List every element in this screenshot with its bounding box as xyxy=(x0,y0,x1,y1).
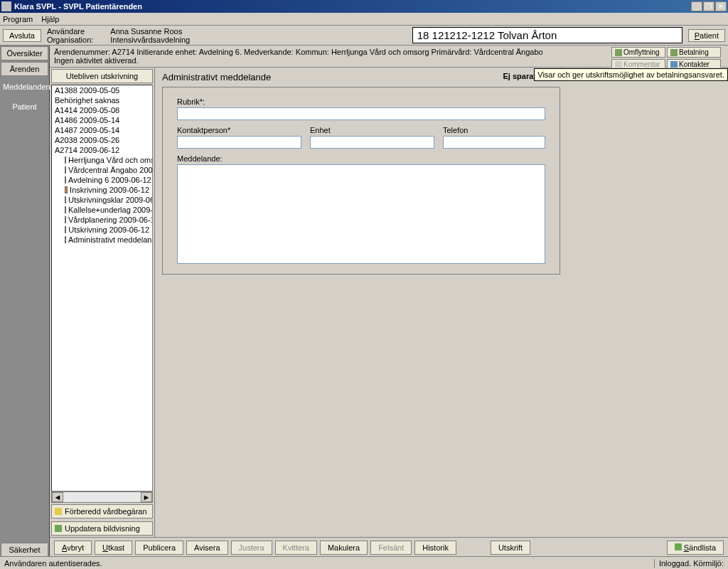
enhet-input[interactable] xyxy=(310,136,434,149)
tree-panel: Utebliven utskrivning A1388 2009-05-05Be… xyxy=(50,68,155,537)
tree-item[interactable]: A1414 2009-05-08 xyxy=(52,105,152,115)
sidebar-messages[interactable]: Meddelanden xyxy=(0,77,49,97)
telefon-input[interactable] xyxy=(443,136,545,149)
avisera-button[interactable]: Avisera xyxy=(186,541,228,555)
form-status: Ej sparat xyxy=(503,72,536,83)
tree-header-button[interactable]: Utebliven utskrivning xyxy=(51,69,153,83)
close-button[interactable]: ✕ xyxy=(715,1,727,11)
org-value: Intensivvårdsavdelning xyxy=(110,36,190,44)
patient-button[interactable]: Patient xyxy=(688,29,725,42)
tree-item[interactable]: A2714 2009-06-12 xyxy=(52,145,152,155)
form-title: Administrativt meddelande xyxy=(162,72,271,83)
action-omflyttning[interactable]: Omflyttning xyxy=(611,47,665,58)
scroll-right-icon[interactable]: ► xyxy=(141,492,152,502)
tree-sub-item[interactable]: Utskrivning 2009-06-12 xyxy=(52,225,152,235)
menu-help[interactable]: Hjälp xyxy=(41,15,59,23)
tooltip: Visar och ger utskriftsmöjlighet av beta… xyxy=(534,68,728,81)
tree-sub-item[interactable]: Inskrivning 2009-06-12 xyxy=(52,185,152,195)
menubar: Program Hjälp xyxy=(0,13,728,26)
tree-sub-item[interactable]: Utskrivningsklar 2009-06-12 xyxy=(52,195,152,205)
maximize-button[interactable]: ❐ xyxy=(703,1,714,11)
kontakt-label: Kontaktperson* xyxy=(177,126,301,134)
left-sidebar: Översikter Ärenden Meddelanden Patient S… xyxy=(0,46,50,558)
bottom-bar: Avbryt Utkast Publicera Avisera Justera … xyxy=(50,537,728,558)
utkast-button[interactable]: Utkast xyxy=(95,541,132,555)
tree-item-label: Herrljunga Vård och omsorg 2009 xyxy=(68,156,153,164)
sandlista-button[interactable]: Sändlista xyxy=(667,541,724,555)
kontakt-input[interactable] xyxy=(177,136,301,149)
rubrik-label: Rubrik*: xyxy=(177,97,545,106)
list-icon xyxy=(675,543,682,551)
tree-item-label: Administrativt meddelande 2009 xyxy=(68,235,153,244)
utskrift-button[interactable]: Utskrift xyxy=(491,541,530,555)
kvittera-button: Kvittera xyxy=(275,541,317,555)
tree-item[interactable]: A1388 2009-05-05 xyxy=(52,85,152,95)
telefon-label: Telefon xyxy=(443,126,545,134)
patient-box: 18 121212-1212 Tolvan Årton xyxy=(412,27,682,43)
refresh-icon xyxy=(55,525,62,532)
action-betalning[interactable]: Betalning xyxy=(667,47,721,58)
enhet-label: Enhet xyxy=(310,126,434,134)
sidebar-cases[interactable]: Ärenden xyxy=(1,62,48,76)
tree-sub-item[interactable]: Kallelse+underlag 2009-06-12 xyxy=(52,205,152,215)
historik-button[interactable]: Historik xyxy=(414,541,456,555)
tree-sub-item[interactable]: Administrativt meddelande 2009 xyxy=(52,235,152,245)
form-box: Rubrik*: Kontaktperson* Enhet xyxy=(162,87,560,275)
tree-item-icon xyxy=(65,156,66,164)
user-label: Användare xyxy=(47,27,93,36)
end-button[interactable]: Avsluta xyxy=(3,29,41,42)
tree-item-icon xyxy=(65,206,66,213)
payment-icon xyxy=(670,49,678,56)
tree-item-label: Vårdcentral Ängabo 2009-06-12 xyxy=(68,166,153,174)
doc-icon xyxy=(55,508,62,515)
tree-item-icon xyxy=(65,236,66,243)
meddelande-textarea[interactable] xyxy=(177,164,545,264)
tree-sub-item[interactable]: Avdelning 6 2009-06-12 xyxy=(52,175,152,185)
tree-item[interactable]: Behörighet saknas xyxy=(52,95,152,105)
tree-item-icon xyxy=(65,176,66,184)
rubrik-input[interactable] xyxy=(177,107,545,120)
tree-sub-item[interactable]: Vårdplanering 2009-06-12 xyxy=(52,215,152,225)
felsant-button: Felsänt xyxy=(370,541,412,555)
menu-program[interactable]: Program xyxy=(3,15,33,23)
tree-item-label: Utskrivning 2009-06-12 xyxy=(68,225,149,234)
tree-item-icon xyxy=(65,186,68,193)
move-icon xyxy=(615,49,622,56)
tree-scrollbar[interactable]: ◄ ► xyxy=(51,491,153,503)
title-text: Klara SVPL - SVPL Patientärenden xyxy=(14,2,691,11)
publicera-button[interactable]: Publicera xyxy=(135,541,183,555)
user-value: Anna Susanne Roos xyxy=(110,27,190,36)
justera-button: Justera xyxy=(231,541,272,555)
tree-item-icon xyxy=(65,166,66,174)
sidebar-security[interactable]: Säkerhet xyxy=(1,543,48,557)
user-info: Användare Organisation: Anna Susanne Roo… xyxy=(47,27,190,44)
comment-icon xyxy=(615,61,622,68)
org-label: Organisation: xyxy=(47,36,93,44)
makulera-button[interactable]: Makulera xyxy=(320,541,368,555)
app-icon xyxy=(1,1,11,11)
statusbar: Användaren autentiserades. Inloggad. Kör… xyxy=(0,556,728,569)
tree-sub-item[interactable]: Herrljunga Vård och omsorg 2009 xyxy=(52,155,152,165)
minimize-button[interactable]: _ xyxy=(691,1,702,11)
tree-list[interactable]: A1388 2009-05-05Behörighet saknasA1414 2… xyxy=(51,85,153,491)
status-left: Användaren autentiserades. xyxy=(4,559,102,568)
tree-item-label: Utskrivningsklar 2009-06-12 xyxy=(68,196,153,204)
form-area: Aktuell version: 0 Administrativt meddel… xyxy=(155,68,728,537)
sidebar-overview[interactable]: Översikter xyxy=(1,46,48,60)
prepared-care-request-button[interactable]: Förberedd vårdbegäran xyxy=(51,504,153,519)
info-strip: Ärendenummer: A2714 Initierande enhet: A… xyxy=(50,46,728,68)
update-view-button[interactable]: Uppdatera bildvisning xyxy=(51,521,153,536)
tree-sub-item[interactable]: Vårdcentral Ängabo 2009-06-12 xyxy=(52,165,152,175)
meddelande-label: Meddelande: xyxy=(177,154,545,163)
sidebar-patient[interactable]: Patient xyxy=(0,97,49,117)
tree-item[interactable]: A1487 2009-05-14 xyxy=(52,125,152,135)
status-right: Inloggad. Körmiljö: xyxy=(654,559,724,568)
tree-item[interactable]: A2038 2009-05-26 xyxy=(52,135,152,145)
toolbar: Avsluta Användare Organisation: Anna Sus… xyxy=(0,26,728,46)
tree-item-icon xyxy=(65,196,66,203)
tree-item-label: Avdelning 6 2009-06-12 xyxy=(68,176,151,184)
tree-item-label: Kallelse+underlag 2009-06-12 xyxy=(68,206,153,214)
scroll-left-icon[interactable]: ◄ xyxy=(52,492,63,502)
tree-item[interactable]: A1486 2009-05-14 xyxy=(52,115,152,125)
avbryt-button[interactable]: Avbryt xyxy=(54,541,92,555)
